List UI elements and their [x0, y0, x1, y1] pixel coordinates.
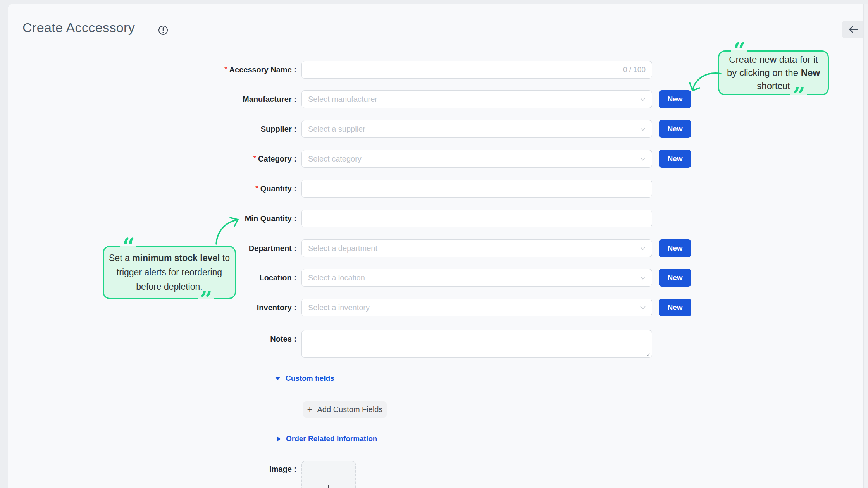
form-row-quantity: *Quantity : [8, 180, 863, 198]
field-label: Department [249, 244, 292, 253]
field-label: Quantity [260, 184, 292, 193]
open-quote-icon: “ [120, 238, 136, 254]
char-counter: 0 / 100 [623, 65, 646, 74]
chevron-down-icon [640, 157, 646, 161]
field-label: Manufacturer [243, 95, 292, 103]
plus-icon: + [325, 481, 332, 488]
page-title: Create Acccessory [22, 20, 135, 35]
caret-right-icon [277, 436, 281, 442]
close-quote-icon: ” [790, 88, 807, 103]
open-quote-icon: “ [731, 43, 747, 58]
manufacturer-select[interactable]: Select manufacturer [301, 90, 652, 108]
field-label: Location [259, 273, 291, 282]
location-new-button[interactable]: New [659, 269, 691, 287]
form-row-category: *Category : Select category New [8, 150, 863, 168]
required-marker: * [255, 184, 258, 192]
form-row-image: Image : [8, 460, 863, 478]
category-new-button[interactable]: New [659, 150, 691, 168]
chevron-down-icon [640, 247, 646, 250]
order-related-section-toggle[interactable]: Order Related Information [277, 435, 377, 443]
content-panel: Create Acccessory *Accessory Name : 0 / … [8, 4, 863, 488]
field-label: Inventory [257, 303, 292, 312]
form-row-notes: Notes : [8, 330, 863, 358]
field-label: Min Quantity [245, 214, 292, 223]
add-custom-fields-button[interactable]: + Add Custom Fields [303, 401, 387, 418]
field-label: Notes [270, 335, 292, 343]
supplier-new-button[interactable]: New [659, 120, 691, 138]
form-row-min-quantity: Min Quantity : [8, 210, 863, 227]
select-placeholder: Select a inventory [308, 303, 640, 312]
form-row-supplier: Supplier : Select a supplier New [8, 120, 863, 138]
category-select[interactable]: Select category [301, 150, 652, 168]
callout-arrow-to-new-button [687, 70, 723, 99]
required-marker: * [224, 65, 227, 73]
callout-arrow-to-min-quantity [212, 216, 247, 247]
chevron-down-icon [640, 98, 646, 101]
supplier-select[interactable]: Select a supplier [301, 120, 652, 138]
close-quote-icon: ” [198, 291, 214, 307]
plus-icon: + [307, 405, 313, 414]
field-label: Category [258, 155, 292, 163]
department-select[interactable]: Select a department [301, 239, 652, 257]
chevron-down-icon [640, 306, 646, 309]
field-label: Supplier [261, 125, 292, 133]
select-placeholder: Select a supplier [308, 125, 640, 134]
inventory-select[interactable]: Select a inventory [301, 299, 652, 316]
notes-textarea[interactable] [301, 330, 652, 358]
quantity-input[interactable] [301, 180, 652, 198]
select-placeholder: Select category [308, 155, 640, 163]
back-button[interactable] [842, 21, 865, 38]
scrollbar-track[interactable] [863, 4, 868, 488]
caret-down-icon [275, 377, 280, 380]
select-placeholder: Select manufacturer [308, 95, 640, 104]
min-quantity-input[interactable] [301, 210, 652, 227]
arrow-left-icon [848, 25, 858, 34]
location-select[interactable]: Select a location [301, 269, 652, 287]
custom-fields-section-toggle[interactable]: Custom fields [275, 374, 334, 383]
info-icon[interactable] [158, 25, 168, 35]
chevron-down-icon [640, 276, 646, 280]
create-accessory-page: Create Acccessory *Accessory Name : 0 / … [0, 0, 868, 488]
accessory-name-input[interactable]: 0 / 100 [301, 61, 652, 79]
image-upload-box[interactable]: + [301, 461, 356, 488]
section-title: Custom fields [286, 374, 334, 383]
select-placeholder: Select a location [308, 273, 640, 282]
form-row-inventory: Inventory : Select a inventory New [8, 299, 863, 316]
inventory-new-button[interactable]: New [659, 299, 691, 316]
section-title: Order Related Information [286, 435, 377, 443]
field-label: Image [269, 465, 292, 473]
field-label: Accessory Name [229, 65, 292, 74]
required-marker: * [253, 154, 256, 162]
select-placeholder: Select a department [308, 244, 640, 253]
department-new-button[interactable]: New [659, 239, 691, 257]
chevron-down-icon [640, 127, 646, 131]
